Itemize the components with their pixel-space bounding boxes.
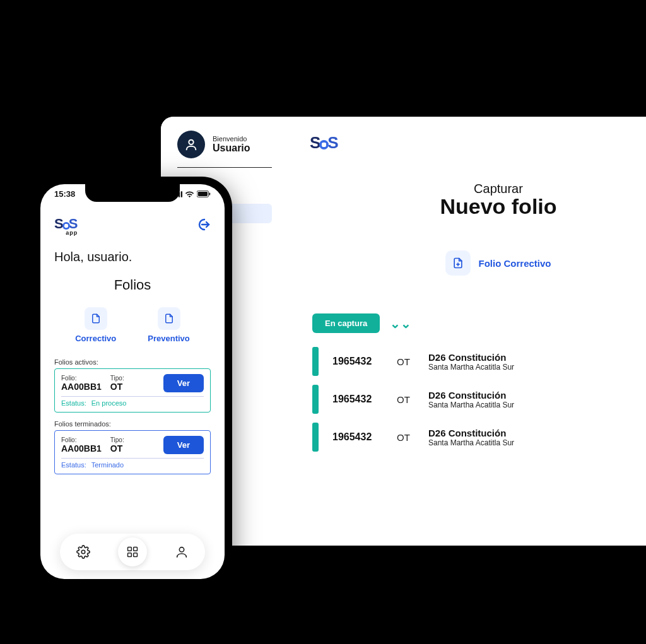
row-place: D26 Constitución bbox=[428, 390, 514, 401]
terminados-label: Folios terminados: bbox=[54, 420, 211, 428]
tablet-screen: Bienvenido Usuario d folio folio ción SS… bbox=[161, 117, 646, 546]
tablet-user-block: Bienvenido Usuario bbox=[177, 131, 293, 158]
username-text: Usuario bbox=[213, 143, 250, 154]
folio-card-done: Folio: AA00BB1 Tipo: OT Ver Estatus: Ter… bbox=[54, 430, 211, 474]
row-folio: 1965432 bbox=[332, 394, 383, 405]
chevrons-down-icon[interactable]: ⌄⌄ bbox=[390, 317, 411, 330]
phone-device-frame: 15:38 SS app Hola, usuario. Folios bbox=[33, 177, 232, 587]
svg-rect-6 bbox=[198, 192, 208, 196]
row-accent-bar bbox=[312, 423, 319, 452]
document-icon bbox=[85, 307, 107, 330]
phone-tabbar bbox=[60, 534, 205, 570]
tipo-label: Tipo: bbox=[110, 375, 124, 382]
row-tipo: OT bbox=[397, 394, 414, 405]
folio-value: AA00BB1 bbox=[61, 443, 102, 454]
row-place-sub: Santa Martha Acatitla Sur bbox=[428, 438, 514, 447]
folio-label: Folio: bbox=[61, 375, 102, 382]
phone-choice-correctivo[interactable]: Correctivo bbox=[75, 307, 116, 343]
svg-rect-12 bbox=[134, 553, 138, 557]
estatus-label: Estatus: bbox=[61, 399, 86, 407]
row-folio: 1965432 bbox=[332, 356, 383, 367]
folio-label: Folio: bbox=[61, 436, 102, 443]
logout-icon[interactable] bbox=[196, 217, 211, 235]
folio-value: AA00BB1 bbox=[61, 382, 102, 392]
choice-label: Preventivo bbox=[148, 334, 189, 343]
phone-choice-preventivo[interactable]: Preventivo bbox=[148, 307, 189, 343]
estatus-value: En proceso bbox=[91, 399, 127, 407]
ver-button[interactable]: Ver bbox=[163, 374, 204, 392]
row-place-sub: Santa Martha Acatitla Sur bbox=[428, 363, 514, 372]
row-accent-bar bbox=[312, 385, 319, 414]
document-plus-icon bbox=[445, 250, 471, 276]
gear-icon bbox=[76, 545, 90, 559]
svg-point-0 bbox=[189, 140, 193, 144]
choice-label: Correctivo bbox=[75, 334, 116, 343]
row-place: D26 Constitución bbox=[428, 428, 514, 438]
tipo-value: OT bbox=[110, 382, 124, 392]
chip-en-captura[interactable]: En captura bbox=[312, 313, 380, 333]
folio-card-active: Folio: AA00BB1 Tipo: OT Ver Estatus: En … bbox=[54, 368, 211, 413]
avatar-icon bbox=[177, 131, 205, 158]
tab-home[interactable] bbox=[118, 537, 147, 566]
estatus-value: Terminado bbox=[91, 461, 124, 469]
section-title: Folios bbox=[54, 277, 211, 293]
filter-row: En captura ⌄⌄ Últimos bbox=[293, 313, 646, 333]
svg-rect-4 bbox=[181, 191, 182, 197]
row-tipo: OT bbox=[397, 356, 414, 367]
row-place: D26 Constitución bbox=[428, 352, 514, 363]
document-icon bbox=[158, 307, 180, 330]
activos-label: Folios activos: bbox=[54, 358, 211, 366]
tablet-main: SS app Capturar Nuevo folio Folio Correc… bbox=[293, 117, 646, 546]
tab-settings[interactable] bbox=[71, 539, 96, 565]
phone-notch bbox=[85, 184, 180, 202]
user-icon bbox=[175, 545, 189, 559]
svg-rect-7 bbox=[209, 192, 210, 195]
row-tipo: OT bbox=[397, 432, 414, 443]
svg-rect-11 bbox=[127, 553, 131, 557]
svg-point-13 bbox=[179, 547, 184, 552]
choice-correctivo-label: Folio Correctivo bbox=[478, 258, 551, 269]
brand-logo: SS app bbox=[310, 133, 646, 156]
page-title: Nuevo folio bbox=[293, 194, 646, 219]
record-list: 1965432 OT D26 Constitución Santa Martha… bbox=[293, 347, 646, 452]
svg-rect-9 bbox=[127, 547, 131, 551]
welcome-text: Bienvenido bbox=[213, 135, 250, 143]
tipo-label: Tipo: bbox=[110, 436, 124, 443]
grid-icon bbox=[126, 546, 139, 558]
estatus-label: Estatus: bbox=[61, 461, 86, 469]
greeting-text: Hola, usuario. bbox=[54, 250, 211, 264]
svg-rect-10 bbox=[134, 547, 138, 551]
battery-icon bbox=[197, 190, 211, 197]
page-title-block: Capturar Nuevo folio bbox=[293, 182, 646, 219]
status-time: 15:38 bbox=[54, 189, 75, 199]
ver-button[interactable]: Ver bbox=[163, 436, 204, 454]
tipo-value: OT bbox=[110, 443, 124, 454]
brand-logo: SS app bbox=[54, 216, 78, 236]
phone-screen: 15:38 SS app Hola, usuario. Folios bbox=[40, 184, 225, 579]
row-folio: 1965432 bbox=[332, 431, 383, 443]
row-place-sub: Santa Martha Acatitla Sur bbox=[428, 401, 514, 409]
wifi-icon bbox=[185, 190, 194, 197]
row-accent-bar bbox=[312, 347, 319, 376]
tab-profile[interactable] bbox=[169, 539, 194, 565]
sidebar-divider bbox=[177, 167, 272, 168]
table-row[interactable]: 1965432 OT D26 Constitución Santa Martha… bbox=[312, 385, 646, 414]
choice-correctivo[interactable]: Folio Correctivo bbox=[445, 250, 551, 276]
table-row[interactable]: 1965432 OT D26 Constitución Santa Martha… bbox=[312, 423, 646, 452]
table-row[interactable]: 1965432 OT D26 Constitución Santa Martha… bbox=[312, 347, 646, 376]
svg-point-8 bbox=[82, 550, 86, 554]
